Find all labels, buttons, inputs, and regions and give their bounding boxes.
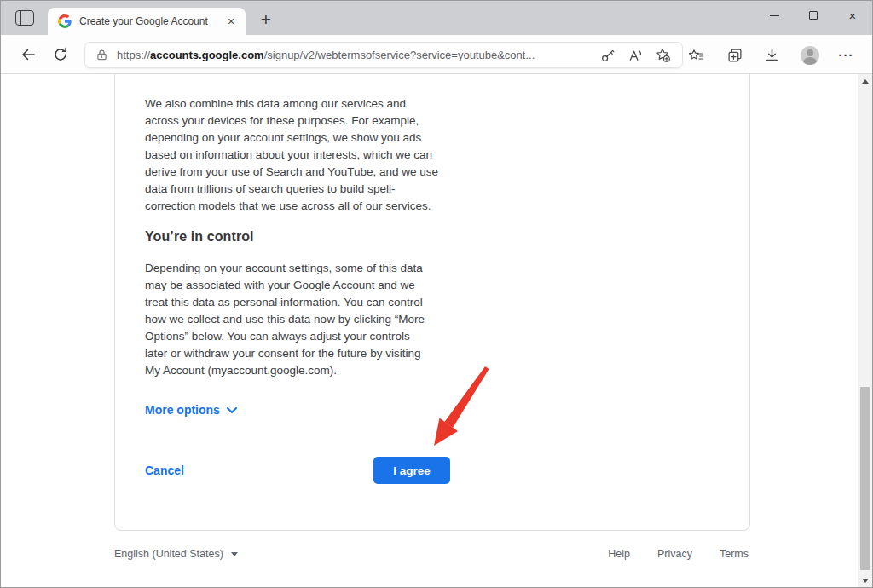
cancel-button[interactable]: Cancel bbox=[145, 464, 184, 477]
terms-paragraph-1: We also combine this data among our serv… bbox=[145, 95, 450, 215]
url-path: /signup/v2/webtermsofservice?service=you… bbox=[264, 49, 535, 61]
tab-bar: Create your Google Account × + × bbox=[1, 1, 872, 35]
collections-button[interactable] bbox=[723, 43, 746, 66]
url-scheme: https:// bbox=[117, 49, 150, 61]
actions-row: Cancel I agree bbox=[145, 457, 450, 484]
favorites-button[interactable] bbox=[685, 43, 708, 66]
scroll-up-icon[interactable] bbox=[858, 74, 872, 88]
refresh-button[interactable] bbox=[49, 43, 72, 66]
more-options-label: More options bbox=[145, 403, 220, 417]
address-bar[interactable]: https://accounts.google.com/signup/v2/we… bbox=[84, 42, 683, 68]
chevron-down-icon bbox=[227, 407, 237, 413]
refresh-icon bbox=[53, 47, 68, 62]
terms-link[interactable]: Terms bbox=[720, 548, 749, 560]
browser-window: Create your Google Account × + × bbox=[0, 0, 873, 588]
help-link[interactable]: Help bbox=[608, 548, 630, 560]
scroll-down-icon[interactable] bbox=[858, 574, 872, 587]
key-icon bbox=[601, 49, 615, 62]
downloads-button[interactable] bbox=[760, 43, 783, 66]
language-label: English (United States) bbox=[114, 548, 223, 560]
i-agree-button[interactable]: I agree bbox=[373, 457, 450, 484]
back-arrow-icon bbox=[20, 47, 36, 62]
browser-tab[interactable]: Create your Google Account × bbox=[48, 8, 246, 35]
privacy-link[interactable]: Privacy bbox=[657, 548, 692, 560]
favorites-star-list-icon bbox=[688, 49, 704, 62]
page-viewport: We also combine this data among our serv… bbox=[1, 74, 872, 587]
minimize-icon bbox=[770, 15, 779, 16]
download-icon bbox=[765, 48, 779, 62]
read-aloud-icon bbox=[628, 49, 643, 62]
add-favorite-button[interactable] bbox=[651, 44, 674, 66]
minimize-button[interactable] bbox=[754, 1, 794, 30]
new-tab-button[interactable]: + bbox=[253, 8, 279, 32]
footer-links: Help Privacy Terms bbox=[608, 548, 749, 560]
close-window-button[interactable]: × bbox=[833, 1, 872, 30]
avatar bbox=[801, 46, 819, 65]
maximize-icon bbox=[809, 11, 818, 20]
lock-icon bbox=[95, 49, 108, 61]
url-text[interactable]: https://accounts.google.com/signup/v2/we… bbox=[117, 49, 592, 61]
close-icon: × bbox=[849, 9, 857, 22]
tab-title: Create your Google Account bbox=[79, 15, 223, 27]
password-key-button[interactable] bbox=[597, 44, 619, 66]
settings-more-button[interactable]: ··· bbox=[835, 43, 858, 66]
star-add-icon bbox=[656, 48, 670, 62]
scrollbar-thumb[interactable] bbox=[860, 387, 870, 570]
section-heading: You’re in control bbox=[145, 229, 450, 245]
tab-actions-menu-icon[interactable] bbox=[15, 10, 34, 26]
back-button[interactable] bbox=[16, 43, 40, 66]
caret-down-icon bbox=[231, 552, 238, 556]
window-controls: × bbox=[754, 1, 872, 30]
more-options-link[interactable]: More options bbox=[145, 403, 237, 417]
terms-card: We also combine this data among our serv… bbox=[114, 74, 750, 531]
language-selector[interactable]: English (United States) bbox=[114, 548, 238, 560]
maximize-button[interactable] bbox=[794, 1, 833, 30]
url-domain: accounts.google.com bbox=[150, 49, 264, 61]
google-favicon-icon bbox=[58, 14, 72, 28]
profile-button[interactable] bbox=[798, 43, 821, 66]
collections-icon bbox=[727, 48, 743, 63]
navigation-toolbar: https://accounts.google.com/signup/v2/we… bbox=[1, 35, 872, 74]
tab-close-icon[interactable]: × bbox=[223, 14, 239, 29]
read-aloud-button[interactable] bbox=[624, 44, 646, 66]
terms-paragraph-2: Depending on your account settings, some… bbox=[145, 260, 450, 379]
vertical-scrollbar[interactable] bbox=[858, 74, 872, 587]
page-footer: English (United States) Help Privacy Ter… bbox=[114, 548, 750, 560]
